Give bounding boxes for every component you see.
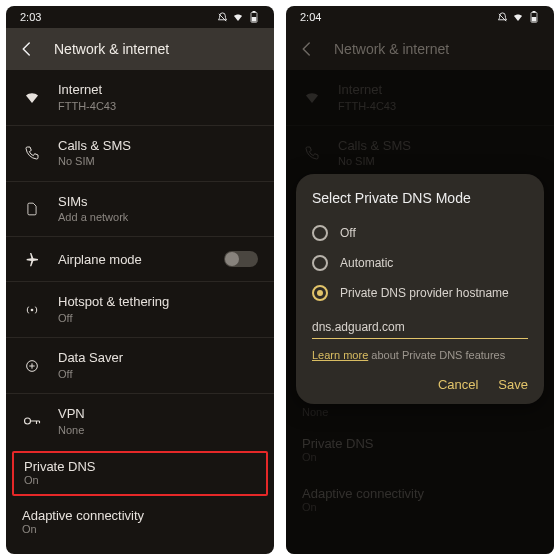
dnd-icon [216,11,228,23]
hotspot-icon [22,300,42,320]
row-private-dns-highlighted[interactable]: Private DNS On [12,451,268,496]
row-airplane[interactable]: Airplane mode [6,237,274,282]
radio-label: Automatic [340,256,393,270]
row-title: Hotspot & tethering [58,294,258,310]
clock: 2:04 [300,11,321,23]
phone-left: 2:03 Network & internet Internet F [6,6,274,554]
status-icons [216,11,260,23]
row-vpn[interactable]: VPN None [6,394,274,449]
airplane-icon [22,249,42,269]
svg-rect-2 [252,17,257,22]
battery-icon [528,11,540,23]
settings-list: Internet FTTH-4C43 Calls & SMS No SIM SI… [6,70,274,449]
svg-rect-8 [532,17,537,22]
back-icon[interactable] [18,40,36,58]
battery-icon [248,11,260,23]
wifi-icon [512,11,524,23]
radio-label: Private DNS provider hostname [340,286,509,300]
wifi-icon [232,11,244,23]
row-title: Calls & SMS [58,138,258,154]
row-subtitle: FTTH-4C43 [58,100,258,113]
app-header: Network & internet [6,28,274,70]
svg-rect-7 [533,11,536,13]
status-icons [496,11,540,23]
row-title: Data Saver [58,350,258,366]
radio-label: Off [340,226,356,240]
row-title: Airplane mode [58,252,208,268]
row-subtitle: On [24,474,256,486]
radio-icon-selected [312,285,328,301]
airplane-toggle[interactable] [224,251,258,267]
datasaver-icon [22,356,42,376]
phone-icon [22,143,42,163]
row-title: Private DNS [24,459,256,474]
row-internet[interactable]: Internet FTTH-4C43 [6,70,274,126]
svg-point-3 [31,308,34,311]
dnd-icon [496,11,508,23]
save-button[interactable]: Save [498,377,528,392]
row-subtitle: None [58,424,258,437]
row-title: VPN [58,406,258,422]
row-title: Internet [58,82,258,98]
row-calls-sms[interactable]: Calls & SMS No SIM [6,126,274,182]
row-adaptive[interactable]: Adaptive connectivity On [6,498,274,545]
radio-icon [312,255,328,271]
status-bar: 2:03 [6,6,274,28]
row-subtitle: No SIM [58,155,258,168]
row-title: Adaptive connectivity [22,508,258,523]
sim-icon [22,199,42,219]
vpn-key-icon [22,411,42,431]
row-subtitle: On [22,523,258,535]
row-subtitle: Off [58,368,258,381]
radio-off[interactable]: Off [312,218,528,248]
radio-automatic[interactable]: Automatic [312,248,528,278]
row-hotspot[interactable]: Hotspot & tethering Off [6,282,274,338]
row-subtitle: Add a network [58,211,258,224]
page-title: Network & internet [334,41,449,57]
clock: 2:03 [20,11,41,23]
private-dns-dialog: Select Private DNS Mode Off Automatic Pr… [296,174,544,404]
row-title: SIMs [58,194,258,210]
svg-point-5 [25,418,31,424]
page-title: Network & internet [54,41,169,57]
app-header: Network & internet [286,28,554,70]
learn-more-link[interactable]: Learn more [312,349,368,361]
wifi-icon [22,87,42,107]
radio-hostname[interactable]: Private DNS provider hostname [312,278,528,308]
svg-rect-1 [253,11,256,13]
row-sims[interactable]: SIMs Add a network [6,182,274,238]
radio-icon [312,225,328,241]
cancel-button[interactable]: Cancel [438,377,478,392]
dialog-title: Select Private DNS Mode [312,190,528,206]
back-icon [298,40,316,58]
learn-more-line: Learn more about Private DNS features [312,349,528,361]
hostname-input[interactable]: dns.adguard.com [312,316,528,339]
status-bar: 2:04 [286,6,554,28]
row-datasaver[interactable]: Data Saver Off [6,338,274,394]
row-subtitle: Off [58,312,258,325]
hostname-value: dns.adguard.com [312,320,405,334]
phone-right: 2:04 Network & internet Internet FT [286,6,554,554]
